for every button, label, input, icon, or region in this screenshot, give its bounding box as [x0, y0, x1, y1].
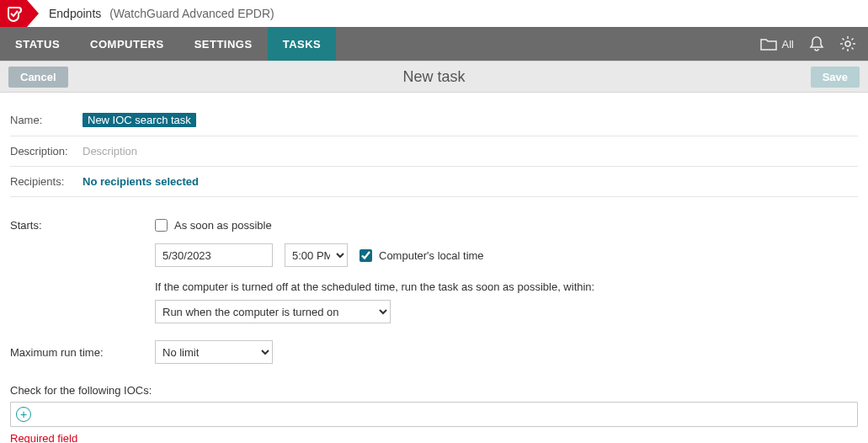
ioc-section: Check for the following IOCs: + Required…: [10, 369, 858, 443]
ioc-label: Check for the following IOCs:: [10, 384, 858, 397]
recipients-label: Recipients:: [10, 175, 83, 188]
description-input[interactable]: Description: [83, 145, 137, 157]
name-label: Name:: [10, 114, 83, 126]
nav-notifications[interactable]: [809, 35, 824, 52]
nav-settings-gear[interactable]: [839, 35, 856, 52]
recipients-row: Recipients: No recipients selected: [10, 167, 858, 197]
brand-logo: [0, 0, 27, 27]
plus-icon: +: [20, 408, 27, 420]
page-title: New task: [402, 68, 465, 86]
nav-all[interactable]: All: [760, 37, 794, 51]
name-value[interactable]: New IOC search task: [83, 113, 196, 127]
brand-arrow: [27, 0, 39, 27]
brand-title: Endpoints (WatchGuard Advanced EPDR): [49, 7, 274, 20]
start-time-select[interactable]: 5:00 PM: [285, 243, 348, 267]
required-field-text: Required field: [10, 432, 858, 443]
gear-icon: [839, 35, 856, 52]
localtime-checkbox[interactable]: [359, 249, 372, 262]
name-row: Name: New IOC search task: [10, 104, 858, 136]
description-row: Description: Description: [10, 136, 858, 167]
cancel-button[interactable]: Cancel: [8, 67, 68, 88]
nav-settings[interactable]: SETTINGS: [179, 27, 268, 61]
maxrun-row: Maximum run time: No limit: [10, 328, 858, 369]
maxrun-select[interactable]: No limit: [155, 340, 273, 364]
save-button[interactable]: Save: [811, 67, 860, 88]
svg-point-1: [845, 41, 850, 46]
svg-rect-0: [0, 0, 27, 27]
main-nav: STATUS COMPUTERS SETTINGS TASKS All: [0, 27, 868, 61]
brand-bar: Endpoints (WatchGuard Advanced EPDR): [0, 0, 868, 27]
start-date-input[interactable]: [155, 243, 273, 267]
bell-icon: [809, 35, 824, 52]
off-note: If the computer is turned off at the sch…: [155, 280, 858, 293]
recipients-link[interactable]: No recipients selected: [83, 175, 199, 188]
nav-status[interactable]: STATUS: [0, 27, 75, 61]
nav-computers[interactable]: COMPUTERS: [75, 27, 179, 61]
run-when-select[interactable]: Run when the computer is turned on: [155, 300, 391, 323]
form-content: Name: New IOC search task Description: D…: [0, 93, 868, 443]
starts-label: Starts:: [10, 219, 155, 323]
folder-icon: [760, 37, 777, 51]
nav-tasks[interactable]: TASKS: [268, 27, 337, 61]
localtime-label: Computer's local time: [379, 249, 484, 262]
description-label: Description:: [10, 145, 83, 157]
ioc-box[interactable]: +: [10, 402, 858, 427]
action-bar: Cancel New task Save: [0, 61, 868, 93]
add-ioc-button[interactable]: +: [16, 407, 31, 422]
maxrun-label: Maximum run time:: [10, 346, 155, 359]
asap-checkbox[interactable]: [155, 219, 168, 232]
asap-label: As soon as possible: [174, 219, 272, 232]
starts-section: Starts: As soon as possible 5:00 PM Comp…: [10, 197, 858, 328]
